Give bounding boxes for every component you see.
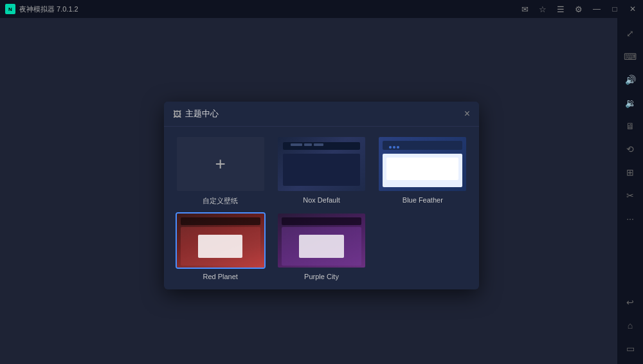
- star-icon[interactable]: ☆: [538, 4, 548, 14]
- nox-default-bg: [278, 137, 365, 191]
- titlebar-controls: ✉ ☆ ☰ ⚙ — □ ✕: [520, 4, 638, 14]
- theme-thumb-nox-default: [276, 136, 367, 192]
- toolbar-bottom: ↩ ⌂ ▭: [620, 292, 640, 364]
- dialog-overlay: 🖼 主题中心 × + 自定义壁纸: [0, 18, 617, 364]
- theme-item-nox-default[interactable]: Nox Default: [274, 136, 368, 206]
- dialog-header: 🖼 主题中心 ×: [164, 102, 479, 127]
- theme-label-nox-default: Nox Default: [303, 196, 340, 204]
- side-toolbar: ⤢ ⌨ 🔊 🔉 🖥 ⟲ ⊞ ✂ ··· ↩ ⌂ ▭: [617, 18, 643, 364]
- theme-item-red-planet[interactable]: Red Planet: [173, 212, 267, 280]
- theme-thumb-custom: +: [176, 136, 266, 192]
- nox-logo-icon: N: [5, 4, 15, 14]
- rp-card: [198, 235, 243, 258]
- custom-thumb-bg: +: [177, 137, 264, 191]
- pc-card: [299, 235, 344, 258]
- bf-main: [383, 154, 462, 187]
- volume-down-icon[interactable]: 🔉: [620, 93, 640, 113]
- dialog-title-area: 🖼 主题中心: [173, 108, 219, 120]
- blue-feather-bg: [379, 137, 466, 191]
- red-planet-bg: [177, 214, 264, 268]
- maximize-button[interactable]: □: [610, 4, 620, 14]
- recent-icon[interactable]: ▭: [620, 338, 640, 359]
- more-icon[interactable]: ···: [620, 208, 640, 229]
- pc-topbar: [282, 217, 361, 225]
- theme-center-dialog: 🖼 主题中心 × + 自定义壁纸: [164, 102, 479, 289]
- theme-title-icon: 🖼: [173, 109, 181, 119]
- theme-label-custom: 自定义壁纸: [203, 196, 238, 206]
- nox-card: [324, 158, 356, 177]
- close-button[interactable]: ✕: [628, 4, 638, 14]
- plus-icon: +: [215, 154, 225, 174]
- rotate-icon[interactable]: ⟲: [620, 139, 640, 159]
- theme-item-blue-feather[interactable]: Blue Feather: [376, 136, 470, 206]
- pc-ui: [282, 217, 361, 264]
- bf-card: [386, 158, 458, 180]
- dialog-close-button[interactable]: ×: [464, 109, 470, 119]
- minimize-button[interactable]: —: [592, 4, 602, 14]
- pc-content: [282, 227, 361, 266]
- titlebar: N 夜神模拟器 7.0.1.2 ✉ ☆ ☰ ⚙ — □ ✕: [0, 0, 643, 18]
- dialog-title: 主题中心: [185, 108, 219, 120]
- theme-label-red-planet: Red Planet: [203, 273, 237, 280]
- theme-item-purple-city[interactable]: Purple City: [274, 212, 368, 280]
- volume-up-icon[interactable]: 🔊: [620, 69, 640, 90]
- menu-icon[interactable]: ☰: [556, 4, 566, 14]
- titlebar-logo: N 夜神模拟器 7.0.1.2: [5, 4, 78, 14]
- theme-thumb-blue-feather: [377, 136, 467, 192]
- theme-grid: + 自定义壁纸: [164, 127, 479, 289]
- nox-content: [284, 155, 359, 185]
- message-icon[interactable]: ✉: [520, 4, 530, 14]
- bf-top: [383, 141, 462, 150]
- home-icon[interactable]: ⌂: [620, 315, 640, 336]
- purple-city-bg: [278, 214, 365, 268]
- keyboard-icon[interactable]: ⌨: [620, 46, 640, 67]
- theme-item-custom[interactable]: + 自定义壁纸: [173, 136, 267, 206]
- rp-topbar: [181, 217, 260, 225]
- rp-content: [181, 227, 260, 266]
- theme-label-purple-city: Purple City: [304, 273, 339, 280]
- nox-bars: [291, 143, 323, 146]
- rp-ui: [181, 217, 260, 264]
- expand-icon[interactable]: ⤢: [620, 23, 640, 44]
- scissors-icon[interactable]: ✂: [620, 185, 640, 206]
- back-icon[interactable]: ↩: [620, 292, 640, 313]
- settings-icon[interactable]: ⚙: [574, 4, 584, 14]
- theme-thumb-purple-city: [276, 212, 367, 269]
- apps-icon[interactable]: ⊞: [620, 162, 640, 183]
- bf-dots: [389, 146, 399, 149]
- app-title: 夜神模拟器 7.0.1.2: [19, 5, 78, 14]
- screen-icon[interactable]: 🖥: [620, 116, 640, 136]
- theme-thumb-red-planet: [176, 212, 266, 269]
- theme-label-blue-feather: Blue Feather: [403, 196, 443, 204]
